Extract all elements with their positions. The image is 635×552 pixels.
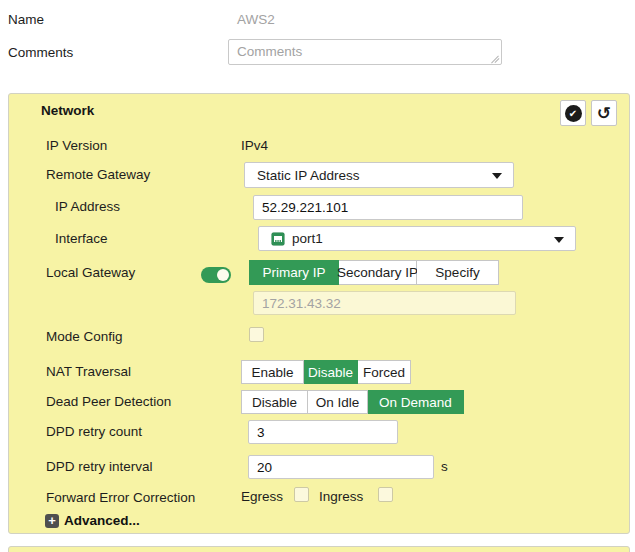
name-value: AWS2	[237, 12, 275, 27]
dpd-retry-interval-label: DPD retry interval	[46, 459, 153, 474]
network-section: Network ✔ ↺ IP Version IPv4 Remote Gatew…	[8, 93, 630, 534]
seconds-unit-label: s	[441, 459, 448, 474]
nat-traversal-segmented: Enable Disable Forced	[241, 360, 411, 384]
undo-icon: ↺	[597, 105, 611, 122]
ip-address-input[interactable]	[253, 195, 523, 220]
ip-version-label: IP Version	[46, 138, 107, 153]
segment-secondary-ip[interactable]: Secondary IP	[339, 260, 417, 285]
ip-version-value: IPv4	[241, 138, 268, 153]
dead-peer-detection-label: Dead Peer Detection	[46, 394, 171, 409]
mode-config-checkbox[interactable]	[249, 327, 264, 342]
interface-label: Interface	[55, 231, 108, 246]
ingress-label: Ingress	[319, 489, 363, 504]
remote-gateway-selected-value: Static IP Address	[257, 168, 360, 183]
dpd-retry-count-input[interactable]	[248, 420, 398, 444]
resize-handle-icon[interactable]	[490, 53, 499, 62]
local-gateway-toggle[interactable]	[201, 267, 231, 283]
name-label: Name	[8, 12, 44, 27]
chevron-down-icon	[554, 237, 564, 243]
interface-selected-value: port1	[292, 231, 323, 246]
segment-primary-ip[interactable]: Primary IP	[249, 260, 339, 285]
dpd-retry-count-label: DPD retry count	[46, 424, 142, 439]
expand-plus-icon[interactable]: +	[45, 514, 59, 528]
egress-checkbox[interactable]	[294, 487, 309, 502]
dead-peer-detection-segmented: Disable On Idle On Demand	[241, 390, 464, 414]
segment-dpd-disable[interactable]: Disable	[241, 390, 308, 414]
dpd-retry-interval-input[interactable]	[248, 455, 434, 479]
forward-error-correction-label: Forward Error Correction	[46, 490, 195, 505]
segment-forced[interactable]: Forced	[358, 360, 411, 384]
comments-placeholder: Comments	[237, 44, 302, 59]
egress-label: Egress	[241, 489, 283, 504]
local-gateway-label: Local Gateway	[46, 265, 135, 280]
remote-gateway-select[interactable]: Static IP Address	[244, 162, 514, 188]
segment-on-idle[interactable]: On Idle	[308, 390, 368, 414]
network-section-title: Network	[41, 103, 94, 118]
comments-input[interactable]: Comments	[228, 39, 502, 65]
mode-config-label: Mode Config	[46, 329, 123, 344]
segment-enable[interactable]: Enable	[241, 360, 304, 384]
ip-address-label: IP Address	[55, 199, 120, 214]
ingress-checkbox[interactable]	[378, 487, 393, 502]
segment-disable[interactable]: Disable	[304, 360, 358, 384]
interface-select[interactable]: port1	[258, 226, 576, 251]
nat-traversal-label: NAT Traversal	[46, 364, 131, 379]
local-gateway-ip-input	[253, 291, 516, 315]
local-gateway-segmented: Primary IP Secondary IP Specify	[249, 260, 499, 285]
chevron-down-icon	[492, 173, 502, 179]
next-section-panel	[8, 546, 630, 552]
advanced-expander[interactable]: Advanced...	[64, 513, 140, 528]
apply-section-button[interactable]: ✔	[560, 100, 586, 126]
ethernet-port-icon	[271, 232, 285, 246]
segment-specify[interactable]: Specify	[417, 260, 499, 285]
vpn-edit-form: Name AWS2 Comments Comments Network ✔ ↺ …	[0, 0, 635, 552]
check-circle-icon: ✔	[565, 105, 582, 122]
remote-gateway-label: Remote Gateway	[46, 167, 150, 182]
revert-section-button[interactable]: ↺	[591, 100, 617, 126]
comments-label: Comments	[8, 45, 73, 60]
segment-on-demand[interactable]: On Demand	[368, 390, 464, 414]
